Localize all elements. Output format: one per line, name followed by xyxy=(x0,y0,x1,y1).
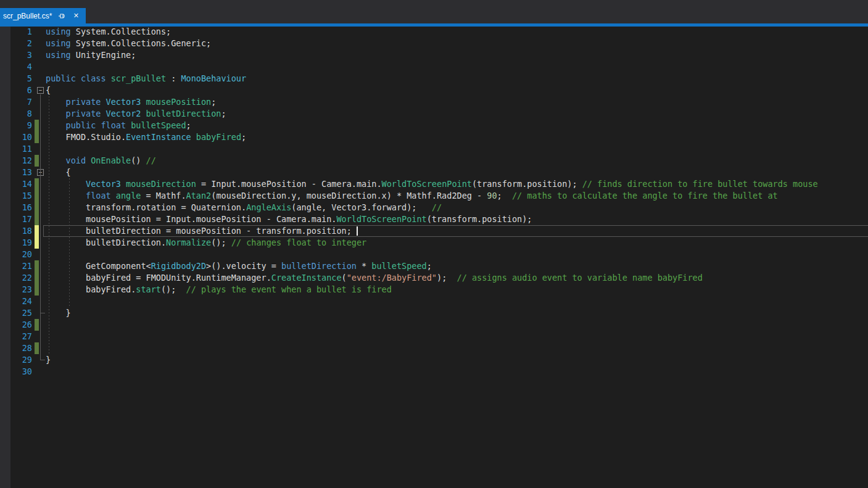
code-text: babyFired.start(); // plays the event wh… xyxy=(46,284,392,296)
line-number: 22 xyxy=(0,272,32,284)
code-line-22[interactable]: 22 babyFired = FMODUnity.RuntimeManager.… xyxy=(0,272,868,284)
code-text: void OnEnable() // xyxy=(46,155,156,167)
outline-end-tick xyxy=(40,313,45,313)
change-tracking-bar xyxy=(35,260,39,272)
line-number: 21 xyxy=(0,260,32,272)
code-line-14[interactable]: 14 Vector3 mouseDirection = Input.mouseP… xyxy=(0,178,868,190)
line-number: 29 xyxy=(0,354,32,366)
fold-collapse-button[interactable]: − xyxy=(37,87,44,94)
code-line-11[interactable]: 11 xyxy=(0,143,868,155)
change-tracking-bar xyxy=(35,284,39,296)
change-tracking-bar xyxy=(35,213,39,225)
code-line-24[interactable]: 24 xyxy=(0,296,868,307)
line-number: 3 xyxy=(0,49,32,61)
line-number: 1 xyxy=(0,26,32,38)
indent-guide xyxy=(49,96,49,354)
code-line-12[interactable]: 12 void OnEnable() // xyxy=(0,155,868,167)
line-number: 17 xyxy=(0,213,32,225)
code-text: } xyxy=(46,307,71,319)
close-icon[interactable]: ✕ xyxy=(72,12,80,20)
code-line-20[interactable]: 20 xyxy=(0,249,868,260)
vs-window: scr_pBullet.cs* ✕ 1using System.Collecti… xyxy=(0,0,868,488)
code-line-27[interactable]: 27 xyxy=(0,331,868,342)
tab-title: scr_pBullet.cs* xyxy=(3,12,52,20)
code-text: public float bulletSpeed; xyxy=(46,120,191,131)
code-text: { xyxy=(46,85,51,96)
code-line-2[interactable]: 2using System.Collections.Generic; xyxy=(0,38,868,49)
code-line-23[interactable]: 23 babyFired.start(); // plays the event… xyxy=(0,284,868,296)
code-line-10[interactable]: 10 FMOD.Studio.EventInstance babyFired; xyxy=(0,131,868,143)
code-text: bulletDirection = mousePosition - transf… xyxy=(46,225,358,237)
change-tracking-bar xyxy=(35,178,39,190)
code-text: { xyxy=(46,167,71,178)
code-line-16[interactable]: 16 transform.rotation = Quaternion.Angle… xyxy=(0,202,868,213)
line-number: 16 xyxy=(0,202,32,213)
code-line-9[interactable]: 9 public float bulletSpeed; xyxy=(0,120,868,131)
code-line-28[interactable]: 28 xyxy=(0,342,868,354)
code-text: babyFired = FMODUnity.RuntimeManager.Cre… xyxy=(46,272,703,284)
code-line-29[interactable]: 29} xyxy=(0,354,868,366)
code-line-25[interactable]: 25 } xyxy=(0,307,868,319)
code-text: transform.rotation = Quaternion.AngleAxi… xyxy=(46,202,442,213)
code-line-26[interactable]: 26 xyxy=(0,319,868,331)
line-number: 4 xyxy=(0,61,32,73)
code-line-30[interactable]: 30 xyxy=(0,366,868,378)
code-line-3[interactable]: 3using UnityEngine; xyxy=(0,49,868,61)
outline-end-tick xyxy=(40,360,45,360)
change-tracking-bar xyxy=(35,202,39,213)
change-tracking-bar xyxy=(35,237,39,249)
code-line-21[interactable]: 21 GetComponent<Rigidbody2D>().velocity … xyxy=(0,260,868,272)
line-number: 2 xyxy=(0,38,32,49)
tab-scr-pbullet[interactable]: scr_pBullet.cs* ✕ xyxy=(0,8,86,23)
line-number: 30 xyxy=(0,366,32,378)
code-text: GetComponent<Rigidbody2D>().velocity = b… xyxy=(46,260,432,272)
change-tracking-bar xyxy=(35,190,39,202)
line-number: 11 xyxy=(0,143,32,155)
code-text: FMOD.Studio.EventInstance babyFired; xyxy=(46,131,246,143)
outline-scope-line xyxy=(40,176,41,313)
code-line-19[interactable]: 19 bulletDirection.Normalize(); // chang… xyxy=(0,237,868,249)
line-number: 28 xyxy=(0,342,32,354)
change-tracking-bar xyxy=(35,225,39,237)
code-text: bulletDirection.Normalize(); // changes … xyxy=(46,237,366,249)
code-line-15[interactable]: 15 float angle = Mathf.Atan2(mouseDirect… xyxy=(0,190,868,202)
code-text: using System.Collections.Generic; xyxy=(46,38,211,49)
line-number: 8 xyxy=(0,108,32,120)
code-line-4[interactable]: 4 xyxy=(0,61,868,73)
line-number: 18 xyxy=(0,225,32,237)
line-number: 20 xyxy=(0,249,32,260)
change-tracking-bar xyxy=(35,155,39,167)
change-tracking-bar xyxy=(35,319,39,331)
code-line-1[interactable]: 1using System.Collections; xyxy=(0,26,868,38)
line-number: 5 xyxy=(0,73,32,85)
code-text: using System.Collections; xyxy=(46,26,171,38)
pin-icon[interactable] xyxy=(57,12,66,20)
code-line-17[interactable]: 17 mousePosition = Input.mousePosition -… xyxy=(0,213,868,225)
code-line-6[interactable]: 6−{ xyxy=(0,85,868,96)
code-line-13[interactable]: 13− { xyxy=(0,167,868,178)
change-tracking-bar xyxy=(35,272,39,284)
tab-strip: scr_pBullet.cs* ✕ xyxy=(0,0,868,23)
code-text: float angle = Mathf.Atan2(mouseDirection… xyxy=(46,190,778,202)
code-text: mousePosition = Input.mousePosition - Ca… xyxy=(46,213,532,225)
code-line-18[interactable]: 18 bulletDirection = mousePosition - tra… xyxy=(0,225,868,237)
line-number: 24 xyxy=(0,296,32,307)
line-number: 27 xyxy=(0,331,32,342)
line-number: 23 xyxy=(0,284,32,296)
code-editor[interactable]: 1using System.Collections;2using System.… xyxy=(0,26,868,488)
code-text: private Vector3 mousePosition; xyxy=(46,96,216,108)
code-line-7[interactable]: 7 private Vector3 mousePosition; xyxy=(0,96,868,108)
line-number: 26 xyxy=(0,319,32,331)
text-caret xyxy=(357,226,358,236)
line-number: 6 xyxy=(0,85,32,96)
change-tracking-bar xyxy=(35,131,39,143)
line-number: 13 xyxy=(0,167,32,178)
change-tracking-bar xyxy=(35,120,39,131)
line-number: 14 xyxy=(0,178,32,190)
indent-guide xyxy=(69,178,70,307)
code-text: Vector3 mouseDirection = Input.mousePosi… xyxy=(46,178,818,190)
line-number: 12 xyxy=(0,155,32,167)
line-number: 19 xyxy=(0,237,32,249)
code-line-8[interactable]: 8 private Vector2 bulletDirection; xyxy=(0,108,868,120)
code-line-5[interactable]: 5public class scr_pBullet : MonoBehaviou… xyxy=(0,73,868,85)
